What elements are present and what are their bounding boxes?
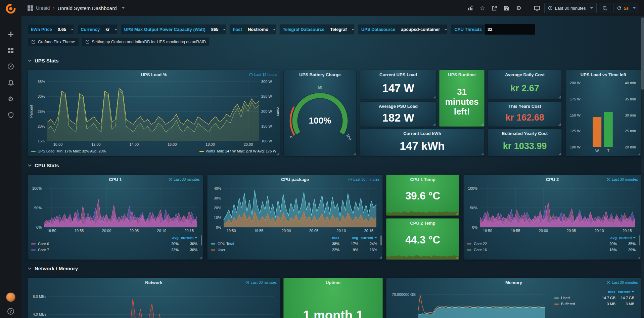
legend-row[interactable]: CPU Total38%17%24% [208,241,380,247]
legend-item[interactable]: UPS LoadMin: 17% Max: 32% Avg: 20% [31,149,106,153]
legend-series-name[interactable]: User [211,248,321,252]
variable-value[interactable]: 865 [209,27,221,32]
sidebar-item-explore[interactable] [0,58,21,75]
cpu1-chart[interactable]: 0%50%100%19:5019:5520:0020:0520:1020:15 [29,184,201,233]
sidebar-item-configuration[interactable]: ⚙ [0,91,21,107]
legend-row[interactable]: Used14.7 GB14.7 GB [551,295,638,301]
dashboard-link[interactable]: Grafana Plex Theme [28,37,79,46]
legend-row[interactable]: Core 2220%35% [464,241,639,247]
legend-item[interactable]: WattsMin: 147 W Max: 278 W Avg: 175 W [199,149,276,153]
panel-time-range[interactable]: Last 30 minutes [169,177,200,181]
variable-ups-datasource[interactable]: UPS Datasourceapcupsd-container [358,24,448,35]
legend-series-name[interactable]: Buffered [554,302,597,306]
share-button[interactable] [490,3,500,13]
panel-title[interactable]: UPS Runtime [440,70,484,79]
legend-column-current[interactable]: current [179,236,197,240]
panel-time-range[interactable]: Last 30 minutes [607,280,638,284]
network-chart[interactable]: 2.0 MBs4.0 MBs6.0 MBs [29,287,278,318]
page-scrollbar[interactable] [641,17,644,317]
legend-row[interactable]: Core 722%30% [28,247,201,253]
row-header-ups-stats[interactable]: UPS Stats [28,58,59,63]
panel-title[interactable]: CPU 1 Temp [386,175,459,184]
panel-title[interactable]: Network [28,278,280,287]
save-button[interactable] [502,3,512,13]
legend-column-current[interactable]: current [358,236,377,240]
dashboard-settings-button[interactable]: ⚙ [514,3,524,13]
legend-scrollbar[interactable] [639,235,640,245]
legend-series-name[interactable]: Core 6 [31,242,160,246]
variable-value[interactable]: apcupsd-container [398,27,443,32]
variable-value[interactable]: kr [103,27,112,32]
zoom-out-button[interactable] [599,3,611,13]
variable-host[interactable]: hostNostromo [229,24,276,35]
variable-currency[interactable]: Currencykr [77,24,117,35]
ups-bars-chart[interactable]: 100 W20 min125 W25 min150 W30 min175 W35… [566,79,640,154]
dashboard-title[interactable]: Unraid System Dashboard [58,5,117,11]
panel-title[interactable]: Estimated Yearly Cost [488,129,561,138]
sidebar-item-alerting[interactable] [0,75,21,91]
legend-column-max[interactable]: max [597,290,615,294]
panel-title[interactable]: Average Daily Cost [488,70,561,79]
legend-series-name[interactable]: Core 7 [31,248,160,252]
grafana-logo[interactable] [0,0,21,17]
legend-column-max[interactable]: max [321,236,339,240]
panel-title[interactable]: This Years Cost [488,102,561,110]
variable-value[interactable]: Telegraf [327,27,350,32]
legend-row[interactable]: User22%9%13% [208,247,380,253]
sidebar-item-dashboards[interactable] [0,42,21,58]
cpu-package-chart[interactable]: 0%10%20%30%40%19:5019:5520:0020:0520:102… [208,184,380,233]
legend-row[interactable]: Buffered3 MB3 MB [551,301,638,307]
user-avatar[interactable] [6,292,15,302]
variable-value[interactable]: 0.65 [55,27,69,32]
panel-title[interactable]: Uptime [284,278,382,287]
panel-title[interactable]: Average PSU Load [360,102,436,110]
legend-column-current[interactable]: current [615,290,634,294]
legend-series-name[interactable]: Core 16 [467,248,598,252]
ups-load-chart[interactable]: 15%20%25%30%35%100 W150 W200 W250 W300 W… [29,79,279,147]
legend-scrollbar[interactable] [380,235,382,245]
refresh-picker[interactable]: 5s [613,3,639,13]
legend-column-avg[interactable]: avg [598,236,617,240]
memory-chart[interactable]: 50.000000 GB60.000000 GB70.000000 GB [387,287,548,318]
variable-telegraf-datasource[interactable]: Telegraf DatasourceTelegraf [279,24,355,35]
panel-title[interactable]: Current UPS Load [360,70,436,79]
row-header-cpu-stats[interactable]: CPU Stats [28,163,59,168]
sidebar-item-admin[interactable] [0,107,21,123]
sidebar-item-create[interactable] [0,26,21,42]
title-caret-icon[interactable] [122,7,125,10]
legend-series-name[interactable]: Core 22 [467,242,598,246]
variable-cpu-threads[interactable]: CPU Threads32 [451,24,536,35]
legend-series-name[interactable]: CPU Total [211,242,321,246]
panel-title[interactable]: Current Load kWh [360,129,484,138]
help-icon[interactable]: ? [7,308,14,315]
panel-time-range[interactable]: Last 30 minutes [245,280,277,284]
time-range-picker[interactable]: Last 30 minutes [544,3,597,13]
legend-scrollbar[interactable] [201,235,202,245]
variable-input[interactable]: 32 [485,24,535,35]
panel-title[interactable]: UPS Load % [28,70,280,79]
legend-column-current[interactable]: current [617,236,636,240]
legend-series-name[interactable]: Used [554,296,597,300]
add-panel-button[interactable] [465,3,475,13]
battery-gauge[interactable]: 050100100% [285,80,355,152]
panel-time-range[interactable]: Last 30 minutes [607,177,638,181]
panel-title[interactable]: UPS Load vs Time left [566,70,641,79]
panel-title[interactable]: CPU 2 Temp [386,219,459,227]
legend-column-avg[interactable]: avg [339,236,358,240]
legend-column-avg[interactable]: avg [160,236,179,240]
row-header-network-memory[interactable]: Network / Memory [28,266,78,271]
panel-time-range[interactable]: Last 12 hours [249,73,277,77]
cycle-view-button[interactable] [532,3,542,13]
variable-value[interactable]: Nostromo [245,27,271,32]
dashboard-link[interactable]: Setting up Grafana and InfluxDB for UPS … [82,37,210,46]
breadcrumb-app[interactable]: Unraid [36,5,50,11]
legend-row[interactable]: Core 620%30% [28,241,201,247]
legend-row[interactable]: Core 1618%29% [464,247,639,253]
panel-time-range[interactable]: Last 30 minutes [348,177,379,181]
variable-ups-max-output-power-capacity-watt-[interactable]: UPS Max Output Power Capacity (Watt)865 [121,24,226,35]
panel-title[interactable]: UPS Battery Charge [284,70,356,79]
folder-grid-icon[interactable] [28,5,33,11]
panel-title[interactable]: Memory [386,278,641,287]
cpu2-chart[interactable]: 0%50%100%19:5019:5520:0020:0520:1020:15 [464,184,639,233]
variable-kwh-price[interactable]: kWh Price0.65 [28,24,74,35]
